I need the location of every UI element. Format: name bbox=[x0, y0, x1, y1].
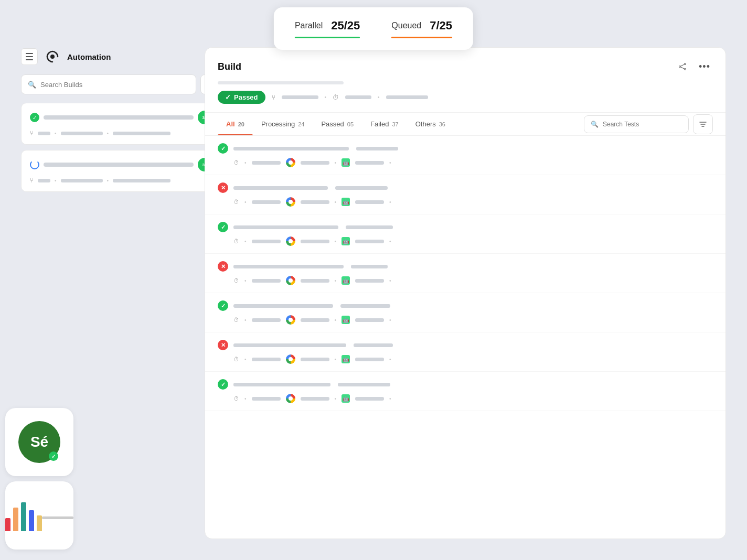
queued-item: Queued 7/25 bbox=[391, 19, 452, 38]
passed-badge: ✓ Passed bbox=[218, 91, 265, 104]
build-card-bottom: ⑂ • • bbox=[30, 130, 211, 137]
bar-yellow bbox=[37, 515, 42, 531]
search-tests-input[interactable] bbox=[603, 121, 682, 128]
test-title-bar2 bbox=[351, 265, 388, 268]
bar-red bbox=[5, 518, 10, 531]
test-pass-icon: ✓ bbox=[218, 300, 228, 311]
search-icon: 🔍 bbox=[28, 81, 36, 89]
tab-processing[interactable]: Processing 24 bbox=[253, 113, 313, 135]
more-button[interactable]: ••• bbox=[696, 58, 713, 75]
tab-all-label: All bbox=[226, 120, 235, 128]
test-row[interactable]: ✕ ⏱ • • • bbox=[205, 332, 725, 372]
search-builds-box[interactable]: 🔍 bbox=[21, 74, 196, 94]
check-icon: ✓ bbox=[225, 93, 231, 101]
hamburger-button[interactable] bbox=[21, 48, 38, 65]
build-title-bar2 bbox=[44, 163, 194, 167]
clock-icon: ⏱ bbox=[233, 395, 239, 402]
tab-passed-label: Passed bbox=[321, 120, 344, 128]
tests-filter-button[interactable] bbox=[693, 114, 713, 134]
tab-others[interactable]: Others 36 bbox=[407, 113, 454, 135]
tab-all[interactable]: All 20 bbox=[218, 113, 253, 135]
android-icon bbox=[342, 394, 350, 403]
build-card-top2: 34 bbox=[30, 158, 211, 171]
title-row: Build ••• bbox=[218, 58, 713, 75]
test-title-bar2 bbox=[354, 343, 393, 347]
chart-line bbox=[42, 516, 73, 519]
test-row[interactable]: ✕ ⏱ • • • bbox=[205, 175, 725, 214]
app-name: Automation bbox=[67, 52, 111, 61]
search-tests-box[interactable]: 🔍 bbox=[584, 115, 689, 133]
clock-icon: ⏱ bbox=[233, 238, 239, 244]
build-card-bottom2: ⑂ • • bbox=[30, 177, 211, 184]
test-row-bottom: ⏱ • • • bbox=[218, 197, 713, 207]
build-card[interactable]: 34 ⑂ • • bbox=[21, 150, 220, 192]
parallel-label: Parallel bbox=[295, 21, 323, 30]
clock-meta-pill bbox=[345, 95, 371, 99]
dot-sep2: • bbox=[107, 131, 109, 136]
test-title-bar bbox=[233, 186, 328, 190]
test-row-bottom: ⏱ • • • bbox=[218, 276, 713, 285]
clock-icon: ⏱ bbox=[233, 317, 239, 323]
build-list: ✓ 34 ⑂ • • 34 ⑂ • bbox=[21, 103, 220, 192]
test-title-bar bbox=[233, 304, 333, 308]
app-logo bbox=[43, 47, 62, 66]
main-panel: Build ••• ✓ Pas bbox=[205, 47, 726, 539]
test-title-bar bbox=[233, 265, 344, 268]
chrome-icon bbox=[286, 158, 295, 167]
test-row[interactable]: ✕ ⏱ • • • bbox=[205, 254, 725, 293]
queued-value: 7/25 bbox=[430, 19, 452, 33]
title-actions: ••• bbox=[674, 58, 713, 75]
tab-processing-count: 24 bbox=[298, 121, 304, 127]
tab-failed-count: 37 bbox=[392, 121, 398, 127]
svg-point-6 bbox=[685, 69, 686, 70]
tabs-row: All 20 Processing 24 Passed 05 Failed 37… bbox=[205, 113, 725, 136]
test-title-bar2 bbox=[338, 383, 390, 386]
meta-dot2: • bbox=[378, 94, 380, 100]
clock-icon: ⏱ bbox=[233, 199, 239, 205]
test-row[interactable]: ✓ ⏱ • • • bbox=[205, 214, 725, 254]
test-pass-icon: ✓ bbox=[218, 222, 228, 232]
test-row[interactable]: ✓ ⏱ • • • bbox=[205, 293, 725, 332]
more-icon: ••• bbox=[699, 61, 710, 72]
build-status-row: ✓ Passed ⑂ • ⏱ • bbox=[218, 91, 713, 104]
selenium-icon: Sé ✓ bbox=[18, 421, 60, 463]
meta-pill2 bbox=[113, 132, 170, 135]
search-tests-icon: 🔍 bbox=[591, 121, 599, 128]
selenium-card[interactable]: Sé ✓ bbox=[5, 408, 73, 476]
tab-others-count: 36 bbox=[439, 121, 445, 127]
test-row[interactable]: ✓ ⏱ • • • bbox=[205, 372, 725, 411]
tests-filter-icon bbox=[699, 120, 707, 128]
meta-dot1: • bbox=[325, 94, 327, 100]
parallel-queued-card: Parallel 25/25 Queued 7/25 bbox=[274, 7, 473, 50]
dot-sep3: • bbox=[55, 178, 57, 184]
test-fail-icon: ✕ bbox=[218, 261, 228, 272]
svg-point-5 bbox=[679, 66, 681, 68]
share-button[interactable] bbox=[674, 58, 691, 75]
test-title-bar2 bbox=[340, 304, 390, 308]
test-fail-icon: ✕ bbox=[218, 182, 228, 193]
selenium-check: ✓ bbox=[49, 451, 58, 461]
chart-card[interactable] bbox=[5, 481, 73, 550]
tab-failed[interactable]: Failed 37 bbox=[362, 113, 407, 135]
test-row-top: ✓ bbox=[218, 300, 713, 311]
test-title-bar2 bbox=[346, 225, 393, 229]
tab-passed[interactable]: Passed 05 bbox=[313, 113, 362, 135]
test-row[interactable]: ✓ ⏱ • • • bbox=[205, 136, 725, 175]
dot-sep: • bbox=[55, 131, 57, 136]
android-icon bbox=[342, 276, 350, 285]
test-pass-icon: ✓ bbox=[218, 379, 228, 390]
branch-meta-pill bbox=[282, 95, 318, 99]
search-builds-input[interactable] bbox=[40, 81, 189, 89]
branch-icon2: ⑂ bbox=[30, 177, 34, 184]
build-meta-bar bbox=[218, 81, 344, 84]
test-row-top: ✕ bbox=[218, 182, 713, 193]
build-card[interactable]: ✓ 34 ⑂ • • bbox=[21, 103, 220, 145]
extra-meta-pill bbox=[386, 95, 428, 99]
meta-pill4 bbox=[113, 179, 170, 182]
clock-icon: ⏱ bbox=[233, 277, 239, 284]
chrome-icon bbox=[286, 236, 295, 246]
tab-processing-label: Processing bbox=[261, 120, 295, 128]
main-header: Build ••• ✓ Pas bbox=[205, 48, 725, 113]
status-loading-icon bbox=[30, 160, 39, 169]
branch-icon: ⑂ bbox=[30, 130, 34, 137]
